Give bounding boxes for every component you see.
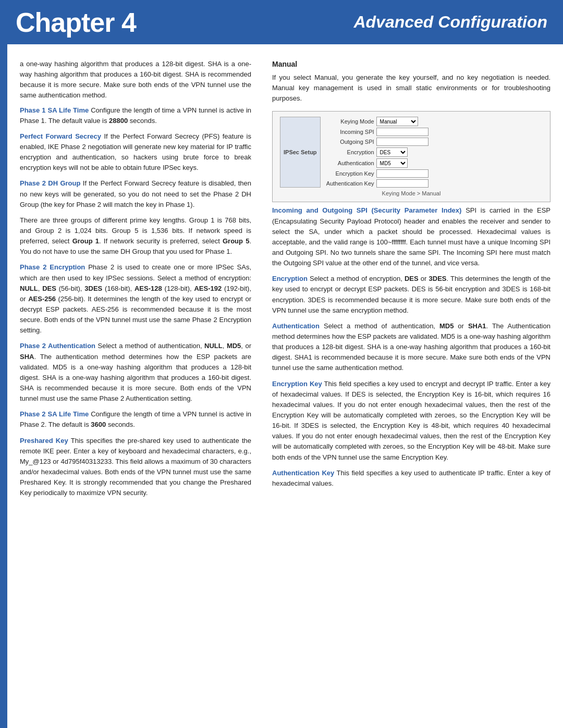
phase2-enc-term: Phase 2 Encryption (20, 263, 85, 271)
encryption-key-input[interactable] (376, 169, 429, 178)
manual-intro: If you select Manual, you generate the k… (272, 72, 550, 104)
phase2-enc-para: Phase 2 Encryption Phase 2 is used to cr… (20, 262, 251, 336)
encryption-select[interactable]: DES 3DES (376, 147, 408, 157)
encryption-key-para: Encryption Key This field specifies a ke… (272, 379, 550, 463)
phase1-sa-term: Phase 1 SA Life Time (20, 106, 89, 114)
phase2-sa-lifetime-para: Phase 2 SA Life Time Configure the lengt… (20, 409, 251, 430)
authentication-key-label: Authentication Key (325, 180, 374, 187)
encryption-row: Encryption DES 3DES (325, 147, 543, 157)
page-body: a one-way hashing algorithm that produce… (0, 44, 563, 728)
ipsec-setup-box: IPSec Setup Keying Mode Manual Incoming … (272, 111, 550, 202)
preshared-key-term: Preshared Key (20, 437, 68, 445)
ipsec-box-inner: IPSec Setup Keying Mode Manual Incoming … (280, 117, 543, 188)
encryption-term: Encryption (272, 275, 308, 282)
ipsec-caption: Keying Mode > Manual (280, 190, 543, 196)
authentication-key-input[interactable] (376, 179, 429, 188)
outgoing-spi-row: Outgoing SPI (325, 138, 543, 146)
pfs-para: Perfect Forward Secrecy If the Perfect F… (20, 131, 251, 174)
keying-mode-label: Keying Mode (325, 118, 374, 125)
encryption-key-label: Encryption Key (325, 170, 374, 177)
phase2-sa-term: Phase 2 SA Life Time (20, 410, 89, 418)
incoming-spi-label: Incoming SPI (325, 129, 374, 135)
authentication-label: Authentication (325, 160, 374, 166)
manual-heading: Manual (272, 60, 550, 68)
authentication-row: Authentication MD5 SHA1 (325, 158, 543, 168)
right-column: Manual If you select Manual, you generat… (263, 54, 563, 728)
encryption-key-row: Encryption Key (325, 169, 543, 178)
ipsec-label: IPSec Setup (280, 117, 321, 188)
authentication-key-para: Authentication Key This field specifies … (272, 468, 550, 489)
authentication-key-term: Authentication Key (272, 469, 334, 477)
phase2-dh-para: Phase 2 DH Group If the Perfect Forward … (20, 178, 251, 209)
keying-mode-row: Keying Mode Manual (325, 117, 543, 126)
page-title: Advanced Configuration (353, 13, 547, 32)
keying-mode-select[interactable]: Manual (376, 117, 418, 126)
authentication-select[interactable]: MD5 SHA1 (376, 158, 408, 168)
spi-term: Incoming and Outgoing SPI (Security Para… (272, 206, 461, 214)
preshared-key-para: Preshared Key This specifies the pre-sha… (20, 436, 251, 499)
phase2-auth-para: Phase 2 Authentication Select a method o… (20, 341, 251, 404)
incoming-spi-row: Incoming SPI (325, 128, 543, 136)
ipsec-fields: Keying Mode Manual Incoming SPI Outgoing… (325, 117, 543, 188)
phase2-auth-term: Phase 2 Authentication (20, 342, 95, 350)
chapter-title: Chapter 4 (16, 7, 136, 38)
authentication-para: Authentication Select a method of authen… (272, 321, 550, 374)
phase2-dh-term: Phase 2 DH Group (20, 179, 80, 187)
phase1-sa-lifetime-para: Phase 1 SA Life Time Configure the lengt… (20, 105, 251, 126)
content-wrapper: a one-way hashing algorithm that produce… (7, 44, 563, 728)
authentication-term: Authentication (272, 322, 320, 330)
phase2-dh-extra: There are three groups of different prim… (20, 215, 251, 257)
authentication-key-row: Authentication Key (325, 179, 543, 188)
left-accent-bar (0, 44, 7, 728)
left-column: a one-way hashing algorithm that produce… (7, 54, 263, 728)
spi-para: Incoming and Outgoing SPI (Security Para… (272, 205, 550, 268)
outgoing-spi-input[interactable] (376, 138, 429, 146)
pfs-term: Perfect Forward Secrecy (20, 132, 101, 140)
encryption-label: Encryption (325, 149, 374, 155)
incoming-spi-input[interactable] (376, 128, 429, 136)
intro-paragraph: a one-way hashing algorithm that produce… (20, 59, 251, 101)
outgoing-spi-label: Outgoing SPI (325, 139, 374, 145)
page-header: Chapter 4 Advanced Configuration (0, 0, 563, 44)
encryption-para: Encryption Select a method of encryption… (272, 274, 550, 316)
encryption-key-term: Encryption Key (272, 380, 322, 388)
